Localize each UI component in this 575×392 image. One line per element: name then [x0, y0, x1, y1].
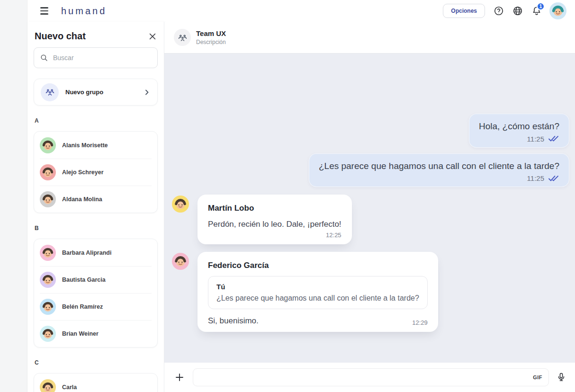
attach-plus-icon[interactable]: [175, 373, 184, 382]
outgoing-message: ¿Les parece que hagamos una call con el …: [309, 153, 569, 187]
contact-avatar: [40, 245, 56, 261]
incoming-message-row: Martín Lobo Perdón, recién lo leo. Dale,…: [170, 195, 569, 244]
incoming-message-row: Federico García Tú ¿Les parece que hagam…: [170, 252, 569, 332]
message-time: 11:25: [527, 135, 544, 143]
contact-row[interactable]: Bautista Garcia: [40, 266, 152, 293]
close-icon[interactable]: [148, 32, 157, 41]
notification-badge: 1: [537, 2, 545, 10]
message-text: ¿Les parece que hagamos una call con el …: [319, 160, 559, 172]
quote-text: ¿Les parece que hagamos una call con el …: [216, 294, 419, 303]
chat-header[interactable]: Team UX Descripción: [164, 22, 575, 53]
menu-icon[interactable]: [40, 6, 51, 16]
contact-name: Aldana Molina: [62, 196, 102, 203]
globe-icon[interactable]: [512, 6, 523, 16]
message-meta: 11:25: [319, 174, 559, 182]
contact-card-a: Alanis Morisette Alejo Schreyer Aldana M…: [34, 131, 158, 213]
quoted-reply[interactable]: Tú ¿Les parece que hagamos una call con …: [208, 276, 428, 309]
chat-title: Team UX: [196, 29, 226, 37]
contact-row[interactable]: Alejo Schreyer: [40, 159, 152, 186]
message-meta: 11:25: [479, 135, 559, 143]
message-text: Si, buenisimo.: [208, 316, 259, 326]
microphone-icon[interactable]: [556, 372, 566, 383]
contact-avatar: [40, 379, 56, 392]
contact-name: Carla: [62, 384, 77, 391]
message-input[interactable]: [199, 374, 533, 381]
sender-name: Federico García: [208, 261, 428, 270]
contact-row[interactable]: Belén Ramírez: [40, 293, 152, 320]
help-icon[interactable]: [494, 6, 504, 16]
message-time: 12:25: [208, 232, 341, 239]
app-logo: humand: [61, 6, 107, 17]
sender-name: Martín Lobo: [208, 204, 341, 213]
contact-name: Alanis Morisette: [62, 142, 108, 149]
contact-name: Barbara Aliprandi: [62, 249, 111, 256]
read-double-check-icon: [548, 135, 559, 142]
new-group-button[interactable]: Nuevo grupo: [34, 79, 158, 106]
contact-row[interactable]: Alanis Morisette: [40, 132, 152, 159]
contact-card-c: Carla: [34, 373, 158, 392]
contact-avatar: [40, 191, 56, 207]
chat-area: Team UX Descripción Hola, ¿cómo están? 1…: [164, 22, 575, 392]
search-input[interactable]: [53, 54, 152, 62]
message-time: 12:29: [412, 319, 428, 326]
contact-name: Bautista Garcia: [62, 276, 106, 283]
collapsed-nav-rail: [0, 0, 27, 392]
contact-row[interactable]: Carla: [40, 374, 152, 392]
group-avatar: [174, 29, 191, 46]
contact-avatar: [40, 326, 56, 342]
contact-name: Belén Ramírez: [62, 303, 103, 310]
contact-row[interactable]: Aldana Molina: [40, 186, 152, 213]
section-letter: A: [35, 117, 157, 124]
options-button[interactable]: Opciones: [443, 4, 485, 18]
contact-avatar: [40, 137, 56, 153]
quote-author: Tú: [216, 283, 419, 291]
contact-name: Alejo Schreyer: [62, 169, 104, 176]
search-icon: [40, 53, 48, 62]
contact-avatar: [40, 164, 56, 180]
message-input-field: GIF: [193, 368, 549, 386]
chat-subtitle: Descripción: [196, 39, 226, 45]
topbar: humand Opciones: [27, 0, 575, 22]
user-avatar[interactable]: [549, 2, 566, 19]
new-chat-panel: Nuevo chat: [27, 22, 164, 392]
app-window: humand Opciones: [0, 0, 575, 392]
search-box: [34, 47, 158, 68]
panel-title: Nuevo chat: [35, 31, 86, 42]
notifications-bell-icon[interactable]: 1: [531, 6, 542, 16]
composer-bar: GIF: [164, 363, 575, 392]
sender-avatar: [172, 253, 189, 270]
group-icon: [41, 83, 59, 101]
read-double-check-icon: [548, 175, 559, 182]
gif-button[interactable]: GIF: [533, 374, 542, 380]
chat-header-text: Team UX Descripción: [196, 29, 226, 45]
section-letter: C: [35, 359, 157, 366]
content-row: Nuevo chat: [27, 22, 575, 392]
incoming-message: Martín Lobo Perdón, recién lo leo. Dale,…: [198, 195, 352, 244]
contact-row[interactable]: Barbara Aliprandi: [40, 239, 152, 266]
contact-avatar: [40, 272, 56, 288]
panel-header: Nuevo chat: [35, 31, 157, 42]
contact-row[interactable]: Brian Weiner: [40, 320, 152, 347]
message-text: Hola, ¿cómo están?: [479, 120, 559, 133]
message-text: Perdón, recién lo leo. Dale, ¡perfecto!: [208, 219, 341, 230]
chevron-right-icon: [143, 89, 151, 96]
message-list[interactable]: Hola, ¿cómo están? 11:25 ¿Les parece que…: [164, 53, 575, 363]
sender-avatar: [172, 196, 189, 213]
outgoing-message: Hola, ¿cómo están? 11:25: [469, 114, 569, 148]
message-time: 11:25: [527, 174, 544, 182]
section-letter: B: [35, 225, 157, 232]
contact-card-b: Barbara Aliprandi Bautista Garcia Belén …: [34, 239, 158, 347]
new-group-label: Nuevo grupo: [65, 89, 103, 96]
main-column: humand Opciones: [27, 0, 575, 392]
contact-avatar: [40, 299, 56, 315]
message-bottom-row: Si, buenisimo. 12:29: [208, 316, 428, 326]
contact-name: Brian Weiner: [62, 330, 99, 337]
incoming-message: Federico García Tú ¿Les parece que hagam…: [198, 252, 438, 332]
